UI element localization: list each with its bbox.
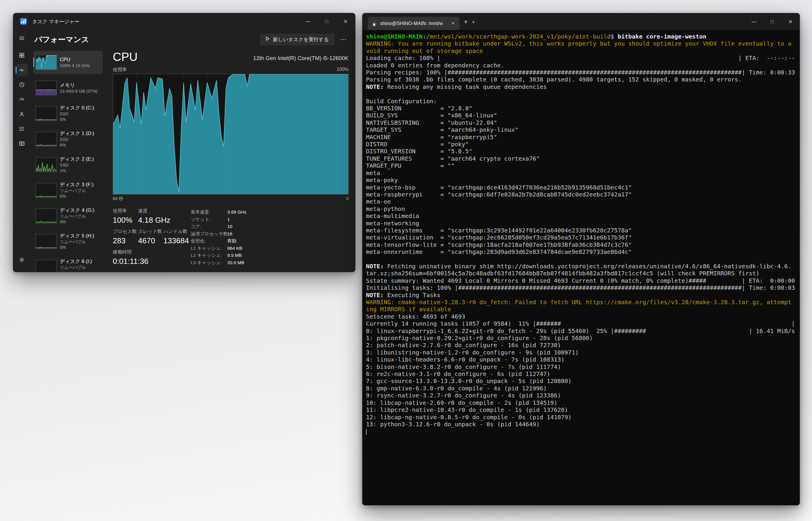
terminal-line: Initialising tasks: 100% |##############… bbox=[366, 284, 796, 291]
tm-window-controls: — □ × bbox=[299, 13, 355, 30]
cpu-header: CPU 12th Gen Intel(R) Core(TM) i5-12600K bbox=[113, 50, 349, 64]
perf-item[interactable]: ディスク 6 (I:)リムーバブル0% bbox=[33, 256, 103, 272]
graph-timespan-label: 60 秒 bbox=[113, 196, 123, 202]
terminal-line: Loaded 0 entries from dependency cache. bbox=[366, 62, 796, 69]
terminal-line: meta-oe bbox=[366, 198, 796, 205]
terminal-line: 3: libunistring-native-1.2-r0 do_configu… bbox=[366, 349, 796, 356]
disk_flat-mini-graph-icon bbox=[36, 209, 57, 223]
terminal-line: NATIVELSBSTRING = "ubuntu-22.04" bbox=[366, 119, 796, 126]
nav-users-icon[interactable] bbox=[16, 108, 28, 120]
perf-list: CPU100% 4.18 GHzメモリ23.4/63.8 GB (37%)ディス… bbox=[30, 49, 105, 272]
tux-icon bbox=[371, 21, 377, 26]
nav-details-icon[interactable] bbox=[16, 123, 28, 135]
perf-item[interactable]: ディスク 0 (C:)SSD0% bbox=[33, 102, 103, 125]
cpu-mini-graph-icon bbox=[36, 55, 57, 70]
perf-item-text: ディスク 2 (E:)SSD1% bbox=[60, 156, 94, 174]
nav-processes-icon[interactable] bbox=[16, 49, 28, 62]
perf-item-text: ディスク 3 (F:)リムーバブル0% bbox=[60, 182, 94, 199]
task-manager-icon bbox=[20, 18, 27, 25]
terminal-line: WARNING: cmake-native-3.28.3-r0 do_fetch… bbox=[366, 299, 796, 305]
cpu-stat: ハンドル数133684 bbox=[163, 229, 186, 245]
terminal-line bbox=[366, 90, 796, 97]
graph-utilization-label: 使用率 bbox=[113, 67, 127, 73]
perf-item-text: ディスク 1 (D:)SSD0% bbox=[60, 130, 94, 148]
cpu-stats-area: 使用率100%速度4.18 GHzプロセス数283スレッド数4670ハンドル数1… bbox=[113, 208, 349, 270]
perf-item[interactable]: ディスク 3 (F:)リムーバブル0% bbox=[33, 179, 103, 202]
run-new-task-label: 新しいタスクを実行する bbox=[273, 36, 329, 43]
cpu-stats: 使用率100%速度4.18 GHzプロセス数283スレッド数4670ハンドル数1… bbox=[113, 208, 190, 270]
disk_flat-mini-graph-icon bbox=[36, 183, 57, 198]
more-options-button[interactable]: ⋯ bbox=[338, 35, 349, 44]
maximize-button[interactable]: □ bbox=[317, 13, 336, 30]
cpu-title: CPU bbox=[113, 50, 137, 64]
terminal-line: 4: linux-libc-headers-6.6-r0 do_unpack -… bbox=[366, 356, 796, 363]
nav-startup-apps-icon[interactable] bbox=[16, 93, 28, 106]
cpu-panel: CPU 12th Gen Intel(R) Core(TM) i5-12600K… bbox=[105, 49, 349, 272]
terminal-line: meta-virtualization = "scarthgap:2ec6628… bbox=[366, 234, 796, 241]
perf-item-text: メモリ23.4/63.8 GB (37%) bbox=[60, 82, 97, 94]
close-button[interactable]: × bbox=[782, 13, 799, 30]
perf-item-text: ディスク 5 (H:)リムーバブル0% bbox=[60, 233, 94, 250]
terminal-line: meta-raspberrypi = "scarthgap:6df7e028a2… bbox=[366, 191, 796, 198]
perf-item-text: ディスク 4 (G:)リムーバブル0% bbox=[60, 207, 94, 225]
tab-title: shino@SHINO-MAIN: /mnt/w bbox=[380, 21, 447, 26]
perf-item[interactable]: メモリ23.4/63.8 GB (37%) bbox=[33, 76, 103, 99]
tab-close-icon[interactable]: × bbox=[449, 20, 457, 27]
terminal-line: TARGET_FPU = "" bbox=[366, 162, 796, 169]
cpu-stat: 速度4.18 GHz bbox=[138, 208, 171, 225]
graph-top-labels: 使用率 100% bbox=[113, 67, 349, 73]
disk_flat-mini-graph-icon bbox=[36, 234, 57, 249]
minimize-button[interactable]: — bbox=[299, 13, 317, 30]
nav-performance-icon[interactable] bbox=[16, 64, 28, 76]
cpu-detail-row: 基本速度:3.69 GHz bbox=[191, 209, 246, 216]
perf-item-text: ディスク 0 (C:)SSD0% bbox=[60, 105, 94, 122]
terminal-screen[interactable]: shino@SHINO-MAIN:/mnt/wsl/work/scarthgap… bbox=[363, 30, 799, 438]
cpu-detail-row: L1 キャッシュ:864 KB bbox=[191, 245, 246, 252]
maximize-button[interactable]: □ bbox=[763, 13, 782, 30]
task-manager-body: パフォーマンス 新しいタスクを実行する ⋯ CPU100% 4.18 GHzメモ… bbox=[13, 30, 355, 272]
perf-item-text: CPU100% 4.18 GHz bbox=[60, 56, 90, 69]
cpu-detail-row: 仮想化:有効 bbox=[191, 237, 246, 245]
terminal-line: tar.xz;sha256sum=6bf00154c5a7bc48adbf63f… bbox=[366, 270, 796, 277]
perf-item[interactable]: ディスク 1 (D:)SSD0% bbox=[33, 128, 103, 151]
terminal-line: BUILD_SYS = "x86_64-linux" bbox=[366, 112, 796, 119]
graph-bottom-labels: 60 秒 0 bbox=[113, 196, 349, 202]
task-manager-window: タスク マネージャー — □ × パフォーマンス 新しい bbox=[13, 13, 355, 272]
perf-item[interactable]: ディスク 5 (H:)リムーバブル0% bbox=[33, 230, 103, 253]
cpu-stat: プロセス数283 bbox=[113, 229, 135, 245]
terminal-line: 6: re2c-native-3.1-r0 do_configure - 6s … bbox=[366, 370, 796, 378]
terminal-titlebar: shino@SHINO-MAIN: /mnt/w × + ∨ — □ × bbox=[363, 13, 799, 30]
nav-services-icon[interactable] bbox=[16, 137, 28, 150]
cpu-detail-row: L3 キャッシュ:20.0 MB bbox=[191, 259, 246, 267]
tm-header-row: パフォーマンス 新しいタスクを実行する ⋯ bbox=[30, 30, 349, 49]
nav-menu-icon[interactable] bbox=[16, 32, 28, 44]
perf-item[interactable]: ディスク 4 (G:)リムーバブル0% bbox=[33, 204, 103, 227]
terminal-line: Build Configuration: bbox=[366, 98, 796, 105]
disk_flat-mini-graph-icon bbox=[36, 132, 57, 146]
terminal-line: meta-multimedia bbox=[366, 212, 796, 220]
nav-app-history-icon[interactable] bbox=[16, 78, 28, 91]
terminal-window-controls: — □ × bbox=[745, 13, 799, 30]
terminal-line: meta-networking bbox=[366, 220, 796, 227]
terminal-line: shino@SHINO-MAIN:/mnt/wsl/work/scarthgap… bbox=[366, 33, 796, 40]
nav-settings-icon[interactable] bbox=[16, 254, 28, 266]
cpu-detail-row: L2 キャッシュ:9.5 MB bbox=[191, 252, 246, 259]
terminal-line bbox=[366, 428, 796, 435]
terminal-line: 13: python3-3.12.6-r0 do_unpack - 0s (pi… bbox=[366, 421, 796, 428]
terminal-line: meta bbox=[366, 169, 796, 177]
close-button[interactable]: × bbox=[336, 13, 355, 30]
run-new-task-button[interactable]: 新しいタスクを実行する bbox=[260, 34, 334, 45]
graph-zero-label: 0 bbox=[346, 196, 349, 202]
desktop: タスク マネージャー — □ × パフォーマンス 新しい bbox=[0, 0, 812, 521]
minimize-button[interactable]: — bbox=[745, 13, 763, 30]
selection-accent bbox=[33, 58, 34, 67]
disk_spiky-mini-graph-icon bbox=[36, 157, 57, 172]
perf-item[interactable]: ディスク 2 (E:)SSD1% bbox=[33, 153, 103, 176]
terminal-line: meta-yocto-bsp = "scarthgap:dce4163d42f7… bbox=[366, 184, 796, 191]
perf-item[interactable]: CPU100% 4.18 GHz bbox=[33, 51, 103, 74]
new-tab-button[interactable]: + bbox=[464, 18, 468, 25]
terminal-tab[interactable]: shino@SHINO-MAIN: /mnt/w × bbox=[368, 17, 460, 30]
terminal-line: DISTRO_VERSION = "5.0.5" bbox=[366, 148, 796, 155]
tab-dropdown-icon[interactable]: ∨ bbox=[472, 19, 475, 24]
terminal-line: 0: linux-raspberrypi-1_6.6.22+git-r0 do_… bbox=[366, 327, 796, 335]
